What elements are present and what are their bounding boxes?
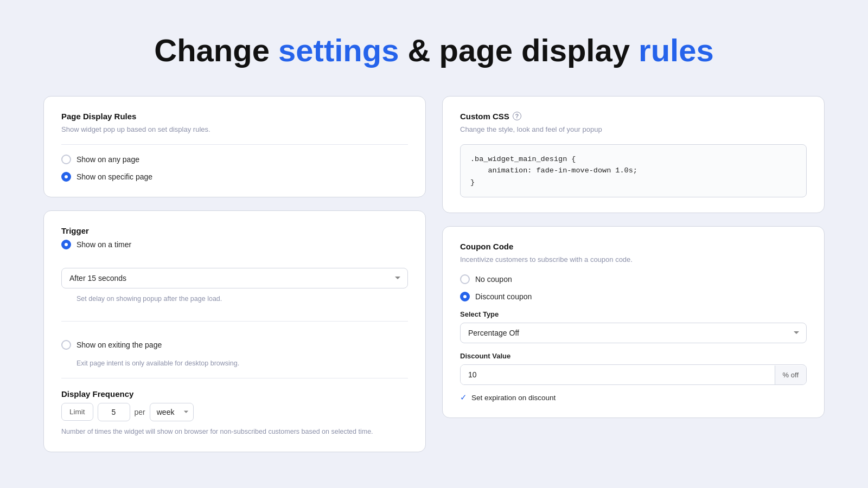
divider (61, 144, 408, 145)
coupon-type-select[interactable]: Percentage Off Fixed Amount Off Free Shi… (460, 323, 807, 343)
radio-specific-page-input[interactable] (61, 172, 71, 182)
freq-controls: Limit per day week month (61, 403, 408, 421)
radio-discount-coupon[interactable]: Discount coupon (460, 292, 807, 301)
page-display-rules-subtitle: Show widget pop up based on set display … (61, 125, 408, 133)
custom-css-title-text: Custom CSS (460, 112, 509, 121)
expiration-label: Set expiration on discount (471, 394, 556, 402)
radio-no-coupon[interactable]: No coupon (460, 274, 807, 284)
discount-input-row: % off (460, 364, 807, 385)
trigger-title: Trigger (61, 226, 408, 235)
radio-exit[interactable]: Show on exiting the page (61, 340, 408, 350)
trigger-divider (61, 321, 408, 322)
radio-no-coupon-input[interactable] (460, 274, 470, 284)
freq-period-select[interactable]: day week month (150, 403, 194, 421)
title-highlight2: rules (639, 33, 714, 68)
right-column: Custom CSS ? Change the style, look and … (442, 96, 825, 453)
discount-unit: % off (775, 365, 806, 384)
radio-any-page[interactable]: Show on any page (61, 155, 408, 164)
trigger-radio-group: Show on a timer After 5 seconds After 10… (61, 240, 408, 367)
title-start: Change (154, 33, 278, 68)
radio-any-page-label: Show on any page (76, 155, 139, 164)
page-title: Change settings & page display rules (43, 33, 825, 69)
custom-css-card: Custom CSS ? Change the style, look and … (442, 96, 825, 214)
radio-no-coupon-label: No coupon (475, 275, 512, 284)
left-column: Page Display Rules Show widget pop up ba… (43, 96, 426, 453)
radio-timer[interactable]: Show on a timer (61, 240, 408, 249)
coupon-code-subtitle: Incentivize customers to subscribe with … (460, 255, 807, 264)
exit-note: Exit page intent is only available for d… (76, 359, 408, 367)
freq-note: Number of times the widget will show on … (61, 427, 408, 437)
title-highlight1: settings (278, 33, 399, 68)
timer-note: Set delay on showing popup after the pag… (76, 295, 408, 303)
discount-details-section: Select Type Percentage Off Fixed Amount … (460, 310, 807, 402)
coupon-radio-group: No coupon Discount coupon (460, 274, 807, 301)
radio-specific-page-label: Show on specific page (76, 172, 152, 181)
freq-per-label: per (135, 408, 145, 416)
radio-timer-input[interactable] (61, 240, 71, 249)
check-icon: ✓ (460, 393, 467, 402)
radio-exit-input[interactable] (61, 340, 71, 350)
page-display-radio-group: Show on any page Show on specific page (61, 155, 408, 182)
timer-select[interactable]: After 5 seconds After 10 seconds After 1… (61, 268, 408, 288)
custom-css-subtitle: Change the style, look and feel of your … (460, 125, 807, 133)
help-icon[interactable]: ? (513, 112, 521, 120)
timer-dropdown-wrapper: After 5 seconds After 10 seconds After 1… (61, 262, 408, 303)
custom-css-title: Custom CSS ? (460, 112, 807, 121)
radio-timer-label: Show on a timer (76, 240, 131, 249)
css-code-block[interactable]: .ba_widget_main_design { animation: fade… (460, 144, 807, 198)
radio-exit-label: Show on exiting the page (76, 341, 162, 349)
coupon-code-card: Coupon Code Incentivize customers to sub… (442, 226, 825, 418)
freq-divider (61, 378, 408, 378)
discount-value-input[interactable] (461, 365, 775, 384)
display-freq-title: Display Frequency (61, 389, 408, 399)
coupon-code-title: Coupon Code (460, 242, 807, 251)
page-display-rules-card: Page Display Rules Show widget pop up ba… (43, 96, 426, 197)
radio-discount-coupon-label: Discount coupon (475, 292, 532, 301)
title-middle: & page display (399, 33, 639, 68)
freq-limit-label: Limit (61, 403, 93, 421)
main-grid: Page Display Rules Show widget pop up ba… (43, 96, 825, 453)
radio-any-page-input[interactable] (61, 155, 71, 164)
radio-discount-coupon-input[interactable] (460, 292, 470, 301)
discount-label: Discount Value (460, 352, 807, 360)
expiration-row[interactable]: ✓ Set expiration on discount (460, 393, 807, 402)
freq-count-input[interactable] (98, 403, 130, 421)
page-header: Change settings & page display rules (43, 33, 825, 69)
display-frequency-section: Display Frequency Limit per day week mon… (61, 389, 408, 437)
radio-specific-page[interactable]: Show on specific page (61, 172, 408, 182)
trigger-card: Trigger Show on a timer After 5 seconds … (43, 210, 426, 453)
select-type-label: Select Type (460, 310, 807, 318)
page-display-rules-title: Page Display Rules (61, 112, 408, 121)
